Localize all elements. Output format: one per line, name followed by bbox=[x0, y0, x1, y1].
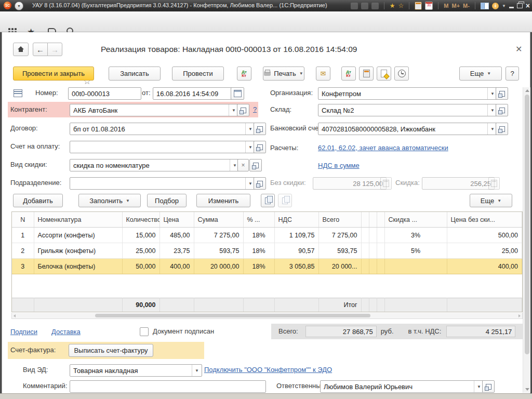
table-cell[interactable]: 593,75 bbox=[318, 243, 361, 259]
dr-cr-register-button[interactable]: ДтКт bbox=[237, 66, 251, 81]
main-menu-button[interactable]: ▼ bbox=[15, 2, 23, 10]
column-header[interactable]: Цена bbox=[159, 212, 194, 228]
more-actions-button[interactable]: Еще▼ bbox=[459, 66, 502, 81]
number-input[interactable]: 00t0-000013 bbox=[68, 87, 141, 100]
table-cell[interactable]: 7 275,00 bbox=[194, 228, 243, 243]
settlements-link[interactable]: 62.01, 62.02, зачет аванса автоматически bbox=[318, 144, 448, 152]
contract-combo[interactable]: бп от 01.08.2016▼ bbox=[70, 123, 256, 135]
memory-minus-button[interactable]: M- bbox=[463, 2, 470, 9]
column-header[interactable] bbox=[377, 212, 384, 228]
document-lines-icon[interactable] bbox=[14, 89, 22, 97]
send-email-button[interactable]: ✉ bbox=[316, 66, 330, 81]
column-header[interactable]: Всего bbox=[318, 212, 361, 228]
table-cell[interactable]: 18% bbox=[243, 228, 274, 243]
table-cell[interactable] bbox=[369, 243, 377, 259]
home-button[interactable] bbox=[13, 43, 29, 56]
table-cell[interactable]: 2 bbox=[12, 243, 34, 259]
organization-open-button[interactable] bbox=[496, 87, 508, 100]
calendar-picker-button[interactable] bbox=[231, 87, 244, 100]
column-header[interactable]: Количество bbox=[122, 212, 159, 228]
table-cell[interactable]: 3 050,85 bbox=[274, 259, 318, 274]
table-cell[interactable]: 15,000 bbox=[122, 228, 159, 243]
items-grid[interactable]: NНоменклатураКоличествоЦенаСумма% ...НДС… bbox=[12, 212, 522, 274]
column-header[interactable]: N bbox=[12, 212, 34, 228]
warehouse-combo[interactable]: Склад №2▼ bbox=[318, 104, 498, 116]
delivery-link[interactable]: Доставка bbox=[51, 328, 81, 336]
ed-kind-combo[interactable]: Товарная накладная▼ bbox=[70, 364, 202, 377]
scroll-up-icon[interactable] bbox=[525, 89, 529, 92]
memory-plus-button[interactable]: M+ bbox=[451, 2, 460, 9]
history-button[interactable] bbox=[394, 66, 409, 81]
print-preview-icon[interactable] bbox=[371, 3, 379, 9]
column-header[interactable]: Сумма bbox=[194, 212, 243, 228]
info-icon[interactable]: i bbox=[492, 3, 499, 9]
table-cell[interactable]: 485,00 bbox=[159, 228, 194, 243]
minimize-button[interactable] bbox=[509, 7, 514, 8]
table-cell[interactable]: 500,00 bbox=[447, 228, 522, 243]
table-cell[interactable]: 25,000 bbox=[122, 243, 159, 259]
table-cell[interactable] bbox=[377, 259, 384, 274]
column-header[interactable]: Скидка ... bbox=[384, 212, 447, 228]
signatures-link[interactable]: Подписи bbox=[10, 328, 37, 336]
forward-button[interactable]: → bbox=[47, 43, 62, 56]
table-cell[interactable]: 3% bbox=[384, 228, 447, 243]
column-header[interactable] bbox=[361, 212, 369, 228]
table-cell[interactable]: 1 109,75 bbox=[274, 228, 318, 243]
table-cell[interactable]: 20 000,00 bbox=[194, 259, 243, 274]
issue-invoice-button[interactable]: Выписать счет-фактуру bbox=[69, 344, 153, 357]
counterparty-open-button[interactable] bbox=[237, 104, 249, 116]
discount-kind-clear-button[interactable]: × bbox=[237, 159, 249, 171]
column-header[interactable]: НДС bbox=[274, 212, 318, 228]
table-row[interactable]: 3Белочка (конфеты)50,000400,0020 000,001… bbox=[12, 259, 522, 274]
pick-button[interactable]: Подбор bbox=[147, 194, 187, 207]
column-header[interactable]: % ... bbox=[243, 212, 274, 228]
payment-invoice-open-button[interactable] bbox=[254, 141, 266, 153]
table-cell[interactable]: 20 000... bbox=[318, 259, 361, 274]
counterparty-combo[interactable]: АКБ АвтоБанк▼ bbox=[70, 104, 239, 116]
close-window-button[interactable]: × bbox=[526, 1, 530, 10]
organization-combo[interactable]: Конфетпром▼ bbox=[318, 87, 498, 100]
vscroll-thumb[interactable] bbox=[525, 95, 529, 354]
comment-input[interactable] bbox=[70, 380, 266, 393]
calculator-icon[interactable] bbox=[415, 2, 422, 10]
table-cell[interactable]: 7 275,00 bbox=[318, 228, 361, 243]
help-button[interactable]: ? bbox=[506, 66, 519, 81]
table-cell[interactable] bbox=[369, 259, 377, 274]
counterparty-help-link[interactable]: ? bbox=[253, 105, 257, 113]
date-input[interactable]: 16.08.2016 14:54:09 bbox=[153, 87, 233, 100]
print-icon[interactable] bbox=[361, 3, 368, 9]
copy-rows-button[interactable] bbox=[261, 194, 275, 207]
items-table-hscrollbar[interactable] bbox=[11, 313, 523, 319]
1c-logo-icon[interactable]: 1С bbox=[4, 2, 11, 9]
write-button[interactable]: Записать bbox=[109, 66, 161, 81]
column-header[interactable]: Номенклатура bbox=[34, 212, 122, 228]
back-button[interactable]: ← bbox=[33, 43, 48, 56]
table-row[interactable]: 1Ассорти (конфеты)15,000485,007 275,0018… bbox=[12, 228, 522, 243]
table-cell[interactable]: 18% bbox=[243, 259, 274, 274]
payment-invoice-combo[interactable]: ▼ bbox=[70, 141, 256, 153]
go-to-favorites-icon[interactable]: ★ bbox=[390, 3, 395, 9]
items-table[interactable]: NНоменклатураКоличествоЦенаСумма% ...НДС… bbox=[11, 211, 523, 312]
warehouse-open-button[interactable] bbox=[496, 104, 508, 116]
discount-kind-open-button[interactable] bbox=[249, 159, 262, 171]
save-icon[interactable] bbox=[351, 3, 358, 9]
table-cell[interactable] bbox=[361, 259, 369, 274]
close-form-icon[interactable]: ✕ bbox=[515, 45, 522, 54]
add-row-button[interactable]: Добавить bbox=[13, 194, 63, 207]
split-window-icon[interactable] bbox=[481, 3, 489, 9]
create-based-on-button[interactable] bbox=[377, 66, 391, 81]
edo-connect-link[interactable]: Подключить "ООО "Конфетпром"" к ЭДО bbox=[204, 366, 332, 374]
responsible-open-button[interactable] bbox=[482, 380, 495, 393]
print-menu-button[interactable]: Печать ▼ bbox=[263, 66, 304, 81]
table-cell[interactable]: 23,75 bbox=[159, 243, 194, 259]
table-cell[interactable]: Грильяж (конфеты) bbox=[34, 243, 122, 259]
table-cell[interactable]: Ассорти (конфеты) bbox=[34, 228, 122, 243]
chevron-down-icon[interactable]: ▼ bbox=[502, 4, 506, 8]
add-favorite-icon[interactable]: ☆ bbox=[398, 3, 404, 9]
column-header[interactable]: Цена без ски... bbox=[447, 212, 522, 228]
scroll-right-icon[interactable] bbox=[518, 314, 521, 317]
menu-grid-icon[interactable] bbox=[8, 28, 10, 30]
bank-account-open-button[interactable] bbox=[496, 123, 508, 135]
scroll-left-icon[interactable] bbox=[14, 314, 16, 317]
paste-rows-button[interactable] bbox=[278, 194, 292, 207]
